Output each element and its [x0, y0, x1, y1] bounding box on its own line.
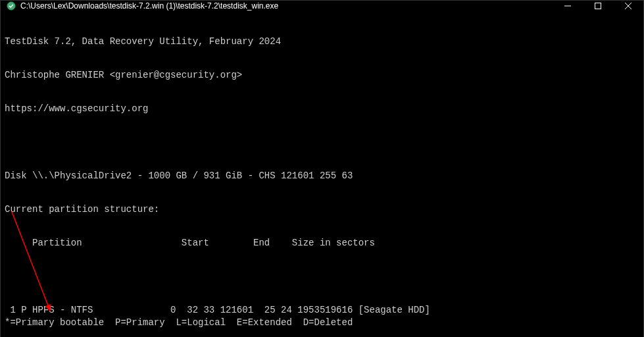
close-button[interactable]	[613, 1, 643, 11]
titlebar[interactable]: C:\Users\Lex\Downloads\testdisk-7.2.win …	[1, 1, 643, 11]
app-icon	[6, 1, 16, 11]
bottom-section: *=Primary bootable P=Primary L=Logical E…	[5, 295, 639, 337]
window-frame: C:\Users\Lex\Downloads\testdisk-7.2.win …	[0, 0, 644, 337]
legend-line: *=Primary bootable P=Primary L=Logical E…	[5, 317, 639, 328]
terminal-output[interactable]: TestDisk 7.2, Data Recovery Utility, Feb…	[1, 11, 643, 337]
header-line-2: Christophe GRENIER <grenier@cgsecurity.o…	[5, 70, 639, 81]
header-line-3: https://www.cgsecurity.org	[5, 103, 639, 115]
structure-label: Current partition structure:	[5, 204, 639, 215]
window-controls	[553, 1, 643, 11]
header-line-1: TestDisk 7.2, Data Recovery Utility, Feb…	[5, 36, 639, 47]
minimize-button[interactable]	[553, 1, 583, 11]
blank-line	[5, 137, 639, 148]
disk-info-line: Disk \\.\PhysicalDrive2 - 1000 GB / 931 …	[5, 170, 639, 182]
svg-rect-2	[595, 3, 601, 9]
window-title: C:\Users\Lex\Downloads\testdisk-7.2.win …	[20, 1, 553, 11]
blank-line	[5, 271, 639, 282]
partition-header-row: Partition Start End Size in sectors	[5, 238, 639, 249]
maximize-button[interactable]	[583, 1, 613, 11]
